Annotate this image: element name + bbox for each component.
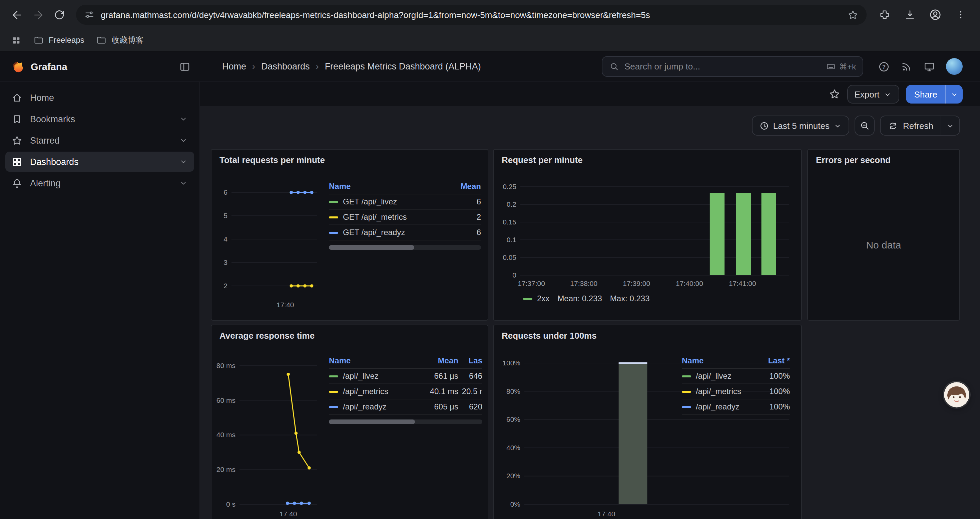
breadcrumb-home[interactable]: Home xyxy=(222,61,246,72)
legend-row[interactable]: /api/_livez 100% xyxy=(682,369,790,384)
refresh-button-group: Refresh xyxy=(880,115,960,136)
series-color-dash xyxy=(329,375,338,377)
request-per-minute-chart[interactable]: 0.250.20.150.10.05017:37:0017:38:0017:39… xyxy=(496,172,797,291)
legend-row[interactable]: /api/_metrics 40.1 ms 20.5 r xyxy=(329,384,482,399)
series-color-dash xyxy=(682,390,691,393)
legend-header-last[interactable]: Last * xyxy=(763,356,790,366)
panel-title[interactable]: Requests under 100ms xyxy=(494,325,801,341)
header-icons: ? xyxy=(878,58,963,75)
chevron-down-icon[interactable] xyxy=(179,178,188,188)
refresh-button[interactable]: Refresh xyxy=(881,116,941,135)
grafana-logo-icon[interactable] xyxy=(10,59,24,74)
svg-text:20 ms: 20 ms xyxy=(216,466,235,473)
export-button[interactable]: Export xyxy=(847,85,899,104)
average-response-time-chart[interactable]: 80 ms60 ms40 ms20 ms0 s17:40 xyxy=(214,348,323,519)
panel-title[interactable]: Average response time xyxy=(212,325,488,341)
collapse-sidebar-icon[interactable] xyxy=(179,61,191,72)
share-button[interactable]: Share xyxy=(906,85,963,104)
extensions-icon[interactable] xyxy=(875,5,895,25)
favorite-star-icon[interactable] xyxy=(828,88,840,100)
bookmark-folder-blogs[interactable]: 收藏博客 xyxy=(94,33,146,47)
sidebar-item-alerting[interactable]: Alerting xyxy=(5,173,194,193)
legend-header-mean[interactable]: Mean xyxy=(454,182,481,191)
breadcrumb-separator: › xyxy=(252,61,255,72)
svg-text:80 ms: 80 ms xyxy=(216,362,235,369)
bookmark-icon xyxy=(11,113,23,125)
downloads-icon[interactable] xyxy=(900,5,920,25)
chevron-down-icon xyxy=(834,121,842,130)
clock-icon xyxy=(759,121,769,131)
svg-text:17:41:00: 17:41:00 xyxy=(729,279,756,287)
legend-row[interactable]: /api/_readyz 605 µs 620 xyxy=(329,399,482,415)
svg-text:0.05: 0.05 xyxy=(503,254,516,261)
folder-icon xyxy=(33,35,44,45)
zoom-out-button[interactable] xyxy=(855,115,875,136)
refresh-interval-chevron-icon[interactable] xyxy=(941,116,959,135)
legend-header-name[interactable]: Name xyxy=(329,182,454,191)
legend-row[interactable]: GET /api/_readyz 6 xyxy=(329,225,481,241)
legend-item[interactable]: 2xx xyxy=(523,294,549,303)
profile-icon[interactable] xyxy=(925,5,945,25)
svg-text:0.1: 0.1 xyxy=(507,236,516,243)
breadcrumb-dashboards[interactable]: Dashboards xyxy=(261,61,310,72)
chevron-down-icon[interactable] xyxy=(179,114,188,124)
dashboard-canvas: Last 5 minutes Refresh Total reque xyxy=(200,106,980,519)
total-requests-chart[interactable]: 6543217:40 xyxy=(214,172,323,313)
legend-row[interactable]: GET /api/_livez 6 xyxy=(329,194,481,210)
assistant-avatar[interactable] xyxy=(944,382,969,407)
scrollbar-thumb[interactable] xyxy=(329,420,415,424)
url-text[interactable]: grafana.mathmast.com/d/deytv4rwavabkb/fr… xyxy=(101,10,841,20)
help-icon[interactable]: ? xyxy=(878,61,890,72)
time-range-picker[interactable]: Last 5 minutes xyxy=(752,115,850,136)
sidebar-item-starred[interactable]: Starred xyxy=(5,130,194,150)
legend-header-name[interactable]: Name xyxy=(682,356,763,366)
back-button[interactable] xyxy=(7,5,27,25)
svg-text:20%: 20% xyxy=(506,472,520,480)
legend-header-name[interactable]: Name xyxy=(329,356,424,366)
sidebar-item-dashboards[interactable]: Dashboards xyxy=(5,152,194,172)
site-info-icon[interactable] xyxy=(84,10,95,20)
sidebar-item-home[interactable]: Home xyxy=(5,88,194,107)
panel-title[interactable]: Total requests per minute xyxy=(212,150,488,165)
panel-title[interactable]: Request per minute xyxy=(494,150,801,165)
series-color-dash xyxy=(329,406,338,408)
bookmark-folder-freeleaps[interactable]: Freeleaps xyxy=(31,34,87,47)
sidebar-item-bookmarks[interactable]: Bookmarks xyxy=(5,109,194,129)
bookmark-star-icon[interactable] xyxy=(847,9,859,21)
share-menu-chevron-icon[interactable] xyxy=(945,85,963,104)
legend-row[interactable]: /api/_metrics 100% xyxy=(682,384,790,399)
series-color-dash xyxy=(329,216,338,218)
home-icon xyxy=(11,92,23,103)
legend-row[interactable]: /api/_livez 661 µs 646 xyxy=(329,369,482,384)
svg-text:2: 2 xyxy=(223,282,228,289)
apps-grid-icon[interactable] xyxy=(8,32,24,48)
legend-row[interactable]: /api/_readyz 100% xyxy=(682,399,790,415)
main-content: Export Share Last 5 minutes xyxy=(200,82,980,519)
browser-menu-icon[interactable] xyxy=(951,5,970,25)
svg-text:60%: 60% xyxy=(506,415,520,423)
chevron-down-icon[interactable] xyxy=(179,136,188,145)
kiosk-monitor-icon[interactable] xyxy=(923,61,935,72)
url-bar[interactable]: grafana.mathmast.com/d/deytv4rwavabkb/fr… xyxy=(76,5,867,25)
forward-button[interactable] xyxy=(28,5,48,25)
search-input[interactable] xyxy=(624,61,821,72)
svg-text:?: ? xyxy=(882,64,886,69)
panel-title[interactable]: Errors per second xyxy=(808,150,959,165)
svg-text:0.15: 0.15 xyxy=(503,218,516,226)
svg-text:17:39:00: 17:39:00 xyxy=(623,279,650,287)
legend-row[interactable]: GET /api/_metrics 2 xyxy=(329,210,481,225)
legend-header-last[interactable]: Las xyxy=(458,356,482,366)
legend-header-mean[interactable]: Mean xyxy=(424,356,458,366)
user-avatar[interactable] xyxy=(946,58,963,75)
reload-button[interactable] xyxy=(49,5,69,25)
scrollbar-thumb[interactable] xyxy=(329,245,414,250)
browser-toolbar: grafana.mathmast.com/d/deytv4rwavabkb/fr… xyxy=(0,0,980,29)
series-color-dash xyxy=(329,390,338,393)
legend-scrollbar[interactable] xyxy=(329,245,481,250)
search-bar[interactable]: ⌘+k xyxy=(602,56,863,77)
legend-scrollbar[interactable] xyxy=(329,420,482,424)
bookmark-label: 收藏博客 xyxy=(112,34,144,46)
news-icon[interactable] xyxy=(900,61,913,72)
no-data-message: No data xyxy=(808,170,959,320)
chevron-down-icon[interactable] xyxy=(179,157,188,166)
